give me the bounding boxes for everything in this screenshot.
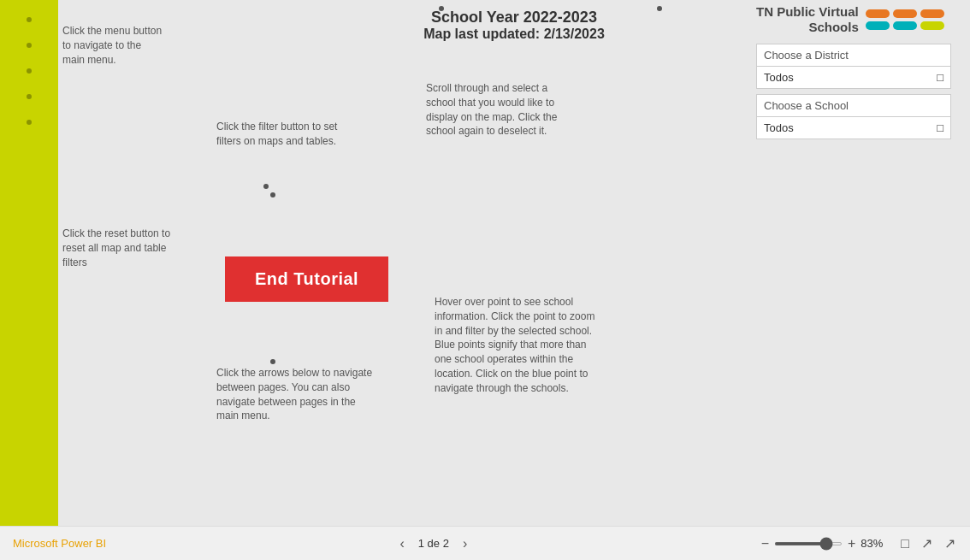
school-label[interactable]: Choose a School [756, 94, 951, 117]
marker-dot-top [439, 6, 444, 11]
district-label[interactable]: Choose a District [756, 44, 951, 67]
legend-oval-orange2 [893, 9, 917, 18]
marker-dot-top2 [657, 6, 662, 11]
legend-oval-teal2 [893, 21, 917, 30]
left-sidebar [0, 0, 58, 526]
fullscreen-button[interactable]: ↗ [943, 533, 957, 553]
dot-4 [27, 94, 32, 99]
sidebar-dots [27, 17, 32, 125]
legend-dots [866, 9, 944, 30]
footer: Microsoft Power BI ‹ 1 de 2 › − + 83% □ … [0, 526, 970, 560]
zoom-in-button[interactable]: + [848, 536, 855, 551]
zoom-out-button[interactable]: − [761, 536, 769, 551]
content-area: School Year 2022-2023 Map last updated: … [58, 0, 970, 526]
district-value[interactable]: Todos □ [756, 67, 951, 89]
zoom-slider[interactable] [774, 542, 843, 545]
marker-dot-3 [270, 359, 275, 364]
zoom-percent: 83% [861, 537, 890, 550]
marker-dot-2 [270, 192, 275, 197]
legend-oval-orange3 [920, 9, 944, 18]
dot-5 [27, 120, 32, 125]
dot-2 [27, 43, 32, 48]
fit-screen-button[interactable]: □ [899, 534, 911, 553]
next-page-button[interactable]: › [458, 534, 472, 553]
zoom-controls: − + 83% [761, 536, 891, 551]
end-tutorial-button[interactable]: End Tutorial [225, 256, 388, 302]
district-dropdown-icon: □ [937, 71, 943, 84]
annotation-hover: Hover over point to see school informati… [435, 295, 601, 396]
right-panel: TN Public Virtual Schools [756, 4, 961, 144]
legend-oval-orange [866, 9, 890, 18]
panel-title: TN Public Virtual Schools [756, 4, 859, 35]
annotation-scroll: Scroll through and select a school that … [426, 81, 576, 139]
panel-header: TN Public Virtual Schools [756, 4, 961, 35]
annotation-arrows: Click the arrows below to navigate betwe… [216, 366, 379, 423]
main-area: School Year 2022-2023 Map last updated: … [0, 0, 970, 526]
legend-oval-teal [866, 21, 890, 30]
powerbi-link[interactable]: Microsoft Power BI [13, 537, 106, 550]
school-value[interactable]: Todos □ [756, 117, 951, 139]
annotation-filter: Click the filter button to set filters o… [216, 120, 353, 149]
page-indicator: 1 de 2 [418, 537, 449, 550]
dot-3 [27, 68, 32, 74]
school-dropdown[interactable]: Choose a School Todos □ [756, 94, 961, 139]
marker-dot-1 [263, 184, 269, 189]
dot-1 [27, 17, 32, 22]
footer-right: − + 83% □ ↗ ↗ [761, 533, 957, 553]
legend-oval-yellow [920, 21, 944, 30]
annotation-reset: Click the reset button to reset all map … [62, 227, 174, 269]
legend-row-1 [866, 9, 944, 18]
footer-left: Microsoft Power BI [13, 537, 106, 550]
school-dropdown-icon: □ [937, 121, 943, 134]
legend-row-2 [866, 21, 944, 30]
footer-center: ‹ 1 de 2 › [394, 534, 472, 553]
share-button[interactable]: ↗ [920, 533, 934, 553]
district-dropdown[interactable]: Choose a District Todos □ [756, 44, 961, 89]
prev-page-button[interactable]: ‹ [394, 534, 409, 553]
annotation-menu: Click the menu button to navigate to the… [62, 24, 165, 67]
